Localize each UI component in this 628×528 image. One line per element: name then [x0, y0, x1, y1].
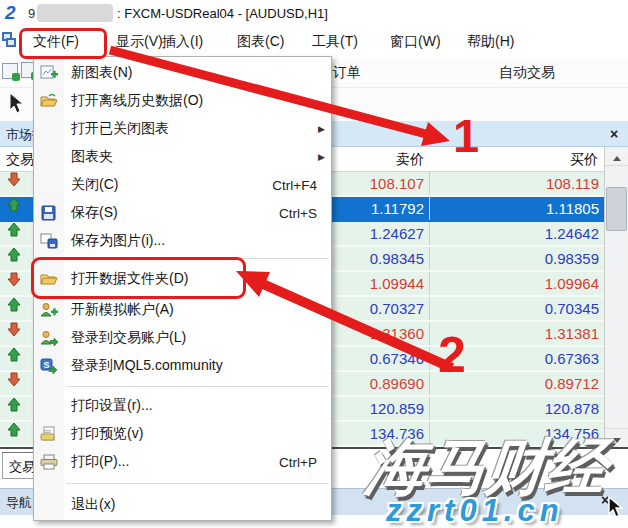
menu-item-open-offline[interactable]: 打开离线历史数据(O) [34, 87, 331, 115]
market-watch-scrollbar[interactable] [604, 147, 628, 447]
buy-price: 120.878 [430, 397, 604, 420]
titlebar: 2 9 : FXCM-USDReal04 - [AUDUSD,H1] [0, 0, 628, 28]
menu-separator [66, 483, 329, 484]
menu-item-open-closed-charts[interactable]: 打开已关闭图表▶ [34, 115, 331, 143]
window-title: : FXCM-USDReal04 - [AUDUSD,H1] [117, 6, 328, 21]
watermark-site: zzrt01.cn [386, 493, 564, 528]
menu-item-open-demo-account[interactable]: 开新模拟帐户(A) [34, 296, 331, 324]
submenu-arrow-icon: ▶ [318, 124, 325, 134]
menubar-item-window[interactable]: 窗口(W) [390, 33, 441, 51]
open-offline-icon [40, 93, 58, 109]
demo-account-icon [40, 302, 58, 318]
menu-item-label: 打开离线历史数据(O) [71, 92, 317, 110]
menubar-item-help[interactable]: 帮助(H) [467, 33, 514, 51]
annotation-box-file-menu [19, 28, 107, 59]
menu-item-label: 登录到MQL5.community [71, 357, 317, 375]
menu-item-label: 新图表(N) [71, 64, 317, 82]
menu-item-label: 登录到交易账户(L) [71, 329, 317, 347]
buy-price: 1.24642 [430, 222, 604, 245]
buy-price: 1.09964 [430, 272, 604, 295]
annotation-box-open-data-folder [31, 257, 246, 299]
annotation-step-2: 2 [438, 330, 466, 380]
login-account-icon [40, 330, 58, 346]
menu-item-print[interactable]: 打印(P)...Ctrl+P [34, 448, 331, 476]
chart-system-icon[interactable] [2, 32, 18, 48]
profile-icon[interactable] [2, 63, 18, 79]
buy-price: 0.98359 [430, 247, 604, 270]
menu-item-label: 打印(P)... [71, 453, 279, 471]
menu-item-login-mql5[interactable]: S登录到MQL5.community [34, 352, 331, 380]
menu-item-profiles[interactable]: 图表夹▶ [34, 143, 331, 171]
market-watch-close-icon[interactable]: × [610, 127, 618, 141]
mt4-window: 2 9 : FXCM-USDReal04 - [AUDUSD,H1] 文件(F)… [0, 0, 628, 528]
account-number: 9 [28, 6, 35, 21]
menu-item-label: 保存为图片(i)... [71, 232, 317, 250]
menu-item-new-chart[interactable]: 新图表(N) [34, 59, 331, 87]
menu-item-shortcut: Ctrl+F4 [272, 178, 317, 193]
scroll-thumb[interactable] [606, 187, 627, 231]
new-chart-icon [40, 65, 58, 81]
autotrading-button[interactable]: 自动交易 [499, 64, 555, 82]
save-picture-icon [40, 233, 58, 249]
menu-item-save[interactable]: 保存(S)Ctrl+S [34, 199, 331, 227]
mouse-cursor-icon [606, 496, 628, 524]
annotation-step-1: 1 [453, 112, 479, 159]
menu-item-label: 打开已关闭图表 [71, 120, 317, 138]
menu-item-login-trade-account[interactable]: 登录到交易账户(L) [34, 324, 331, 352]
menubar-item-charts[interactable]: 图表(C) [237, 33, 284, 51]
menu-item-label: 开新模拟帐户(A) [71, 301, 317, 319]
menu-item-shortcut: Ctrl+S [279, 206, 317, 221]
menu-item-label: 保存(S) [71, 204, 279, 222]
print-icon [40, 454, 58, 470]
menu-item-label: 打印设置(r)... [71, 397, 317, 415]
app-logo-icon: 2 [5, 2, 16, 24]
buy-price: 108.119 [430, 172, 604, 195]
menu-item-close[interactable]: 关闭(C)Ctrl+F4 [34, 171, 331, 199]
menu-separator [66, 386, 329, 387]
menu-item-exit[interactable]: 退出(x) [34, 491, 331, 519]
menu-item-label: 图表夹 [71, 148, 317, 166]
mql5-icon: S [40, 358, 58, 374]
menu-item-print-setup[interactable]: 打印设置(r)... [34, 392, 331, 420]
buy-price: 1.11805 [430, 197, 604, 220]
account-blur-box [37, 4, 113, 22]
menu-item-print-preview[interactable]: 打印预览(v) [34, 420, 331, 448]
menu-item-label: 退出(x) [71, 496, 317, 514]
scroll-up-button[interactable] [605, 147, 628, 166]
menu-item-save-as-picture[interactable]: 保存为图片(i)... [34, 227, 331, 255]
submenu-arrow-icon: ▶ [318, 152, 325, 162]
menubar-item-tools[interactable]: 工具(T) [312, 33, 358, 51]
menu-item-label: 打印预览(v) [71, 425, 317, 443]
menu-item-label: 关闭(C) [71, 176, 272, 194]
save-icon [40, 205, 58, 221]
menubar-item-insert[interactable]: 插入(I) [162, 33, 203, 51]
cursor-tool-icon[interactable] [5, 91, 29, 115]
menubar-item-view[interactable]: 显示(V) [116, 33, 163, 51]
print-preview-icon [40, 426, 58, 442]
menu-item-shortcut: Ctrl+P [279, 455, 317, 470]
buy-price: 0.70345 [430, 297, 604, 320]
svg-text:S: S [44, 360, 50, 370]
navigator-title: 导航 [6, 494, 32, 512]
